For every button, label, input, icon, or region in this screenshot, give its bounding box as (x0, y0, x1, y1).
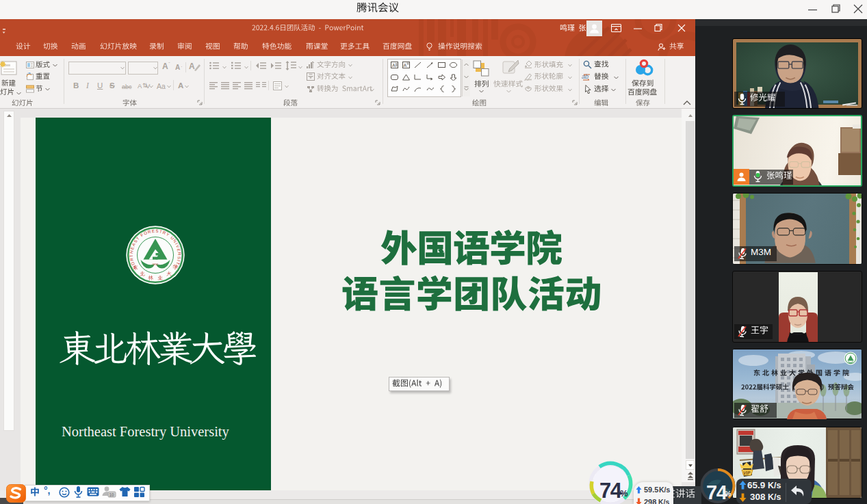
svg-text:VIP: VIP (743, 470, 751, 475)
svg-text:10: 10 (109, 492, 115, 497)
svg-text:A: A (392, 63, 396, 68)
svg-text:A: A (404, 63, 407, 68)
svg-text:1952: 1952 (153, 263, 158, 266)
